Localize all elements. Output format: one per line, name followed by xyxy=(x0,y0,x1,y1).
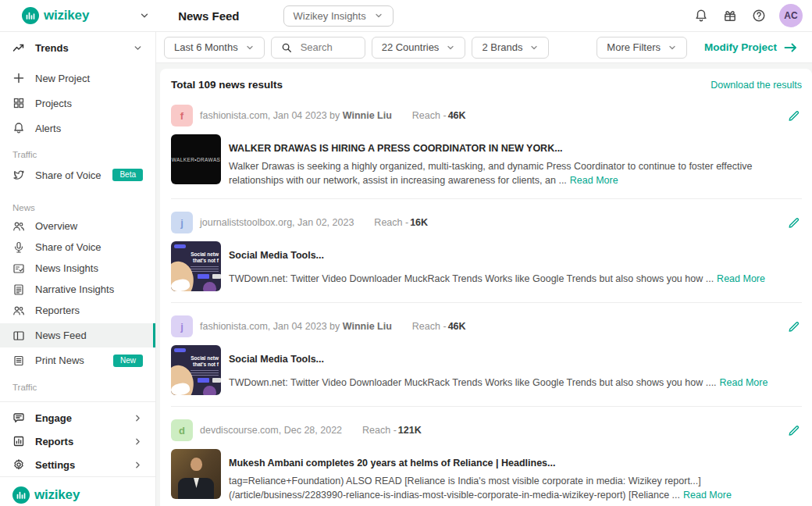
twitter-bird-icon xyxy=(12,169,25,181)
news-item-header: d devdiscourse.com, Dec 28, 2022 Reach -… xyxy=(171,419,802,441)
article-text: Social Media Tools... TWDown.net: Twitte… xyxy=(229,241,802,291)
countries-dropdown[interactable]: 22 Countries xyxy=(372,37,466,59)
wizikey-footer-logo[interactable]: wizikey xyxy=(12,486,143,504)
sidebar-item-engage[interactable]: Engage xyxy=(0,406,155,429)
news-item-body: Social netwthat's not f Social Media Too… xyxy=(171,345,802,395)
edit-article-button[interactable] xyxy=(785,108,802,124)
brands-label: 2 Brands xyxy=(482,41,522,53)
report-icon xyxy=(12,435,25,447)
question-circle-icon xyxy=(752,9,766,23)
sidebar-item-label: Engage xyxy=(35,412,72,424)
sidebar-item-label: News Insights xyxy=(35,262,98,274)
thumbnail-text: Social netwthat's not f xyxy=(191,251,219,264)
source-avatar: j xyxy=(171,212,193,233)
article-title[interactable]: Social Media Tools... xyxy=(229,354,802,365)
edit-article-button[interactable] xyxy=(785,319,802,335)
sidebar-item-trends[interactable]: Trends xyxy=(0,36,155,59)
sidebar-item-label: News Feed xyxy=(35,330,87,341)
reach-metric: Reach -16K xyxy=(374,217,428,228)
page-title: News Feed xyxy=(178,9,239,23)
sidebar-item-reports[interactable]: Reports xyxy=(0,429,155,453)
mastodon-logo xyxy=(174,244,186,248)
article-title[interactable]: Social Media Tools... xyxy=(229,250,802,261)
sidebar-item-narrative-insights[interactable]: Narrative Insights xyxy=(0,279,155,300)
users-icon xyxy=(12,305,25,317)
bell-icon xyxy=(12,122,25,134)
sidebar-item-label: Print News xyxy=(35,355,84,366)
article-title[interactable]: WALKER DRAWAS IS HIRING A PRESS COORDINA… xyxy=(229,143,802,154)
article-thumbnail[interactable]: Social netwthat's not f xyxy=(171,345,221,395)
news-item-body: Social netwthat's not f Social Media Too… xyxy=(171,241,802,291)
countries-label: 22 Countries xyxy=(382,41,440,53)
pencil-icon xyxy=(787,424,800,437)
article-title[interactable]: Mukesh Ambani completes 20 years at helm… xyxy=(229,458,802,469)
help-button[interactable] xyxy=(750,7,767,24)
sidebar-item-projects[interactable]: Projects xyxy=(0,91,155,116)
sidebar-item-overview[interactable]: Overview xyxy=(0,216,155,237)
search-input[interactable] xyxy=(299,41,355,54)
wizikey-wordmark: wizikey xyxy=(44,8,89,23)
source-avatar: d xyxy=(171,419,193,441)
sidebar-item-new-project[interactable]: New Project xyxy=(0,66,155,91)
pencil-icon xyxy=(787,109,800,123)
person-photo xyxy=(191,458,202,471)
article-thumbnail[interactable] xyxy=(171,449,221,499)
sidebar-item-print-news[interactable]: Print News New xyxy=(0,349,155,372)
search-field[interactable] xyxy=(271,37,365,59)
sidebar-item-share-of-voice[interactable]: Share of Voice xyxy=(0,237,155,258)
more-filters-label: More Filters xyxy=(607,41,661,53)
modify-project-button[interactable]: Modify Project xyxy=(700,41,802,54)
sidebar-item-share-of-voice-beta[interactable]: Share of Voice Beta xyxy=(0,162,155,187)
mascot-illustration xyxy=(203,282,216,291)
read-more-link[interactable]: Read More xyxy=(717,273,765,284)
user-avatar[interactable]: AC xyxy=(779,4,803,27)
chevron-right-icon xyxy=(133,437,143,447)
sidebar-item-news-feed[interactable]: News Feed xyxy=(0,323,155,347)
brands-dropdown[interactable]: 2 Brands xyxy=(472,37,549,59)
main-content: Total 109 news results Download the resu… xyxy=(156,63,812,506)
article-snippet: Walker Drawas is seeking a highly organi… xyxy=(229,159,802,187)
document-icon xyxy=(12,283,25,296)
read-more-link[interactable]: Read More xyxy=(720,377,768,388)
top-header: wizikey News Feed Wizikey Insights AC xyxy=(0,0,812,32)
article-thumbnail[interactable]: Social netwthat's not f xyxy=(171,241,221,291)
sidebar-footer: wizikey xyxy=(0,476,155,506)
thumbnail-button xyxy=(212,274,221,279)
sidebar-item-label: Settings xyxy=(35,459,75,471)
more-filters-dropdown[interactable]: More Filters xyxy=(597,37,687,59)
sidebar-item-news-insights[interactable]: News Insights xyxy=(0,258,155,279)
article-thumbnail[interactable]: WALKER•DRAWAS xyxy=(171,134,221,184)
chat-bubble-icon xyxy=(12,412,25,424)
sidebar-item-label: New Project xyxy=(35,73,90,84)
results-total: Total 109 news results xyxy=(171,79,283,91)
reach-metric: Reach -121K xyxy=(362,425,422,436)
author-name: Winnie Liu xyxy=(343,110,392,121)
source-avatar: f xyxy=(171,105,193,126)
sidebar-item-settings[interactable]: Settings xyxy=(0,453,155,476)
notifications-button[interactable] xyxy=(693,7,710,24)
date-range-dropdown[interactable]: Last 6 Months xyxy=(164,37,265,59)
download-results-link[interactable]: Download the results xyxy=(710,80,802,91)
article-text: Social Media Tools... TWDown.net: Twitte… xyxy=(229,345,802,395)
news-item-header: f fashionista.com, Jan 04 2023 by Winnie… xyxy=(171,105,802,126)
bell-icon xyxy=(694,9,708,23)
search-icon xyxy=(281,42,292,53)
read-more-link[interactable]: Read More xyxy=(683,490,732,501)
workspace-collapse-button[interactable] xyxy=(137,9,151,23)
news-item: d devdiscourse.com, Dec 28, 2022 Reach -… xyxy=(171,406,802,506)
mastodon-logo xyxy=(174,348,186,352)
sidebar-item-reporters[interactable]: Reporters xyxy=(0,300,155,321)
wizikey-logo-icon xyxy=(12,486,30,504)
edit-article-button[interactable] xyxy=(785,215,802,231)
wizikey-logo[interactable]: wizikey xyxy=(22,7,89,24)
edit-article-button[interactable] xyxy=(785,422,802,439)
project-selector-dropdown[interactable]: Wizikey Insights xyxy=(283,5,394,27)
thumbnail-button xyxy=(198,378,209,383)
mascot-illustration xyxy=(203,386,216,395)
chevron-right-icon xyxy=(133,460,143,470)
news-insights-icon xyxy=(12,262,25,275)
read-more-link[interactable]: Read More xyxy=(570,175,618,186)
chevron-right-icon xyxy=(133,413,143,423)
sidebar-item-alerts[interactable]: Alerts xyxy=(0,116,155,141)
whats-new-button[interactable] xyxy=(721,7,739,24)
